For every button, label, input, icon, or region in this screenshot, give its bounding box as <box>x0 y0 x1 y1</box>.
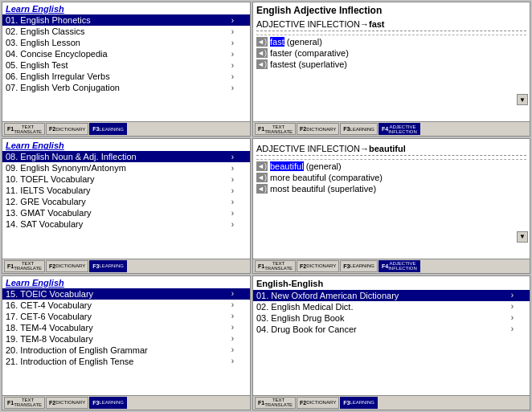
top-right-content: ADJECTIVE INFLECTION→fast ◄) fast (gener… <box>253 18 530 121</box>
tl-f3-learning-btn[interactable]: F3LEARNING <box>89 123 127 135</box>
mr-f2-dictionary-btn[interactable]: F2DICTIONARY <box>297 260 339 272</box>
bot-left-panel: Learn English 15. TOEIC Vocabulary›16. C… <box>2 275 251 410</box>
tr-f3-learning-btn[interactable]: F3LEARNING <box>340 123 378 135</box>
mid-right-scroll-down[interactable]: ▼ <box>517 231 528 243</box>
ml-f1-translate-btn[interactable]: F1TEXTTRANSLATE <box>4 260 45 272</box>
top-right-title: English Adjective Inflection <box>253 2 530 18</box>
bot-left-toolbar: F1TEXTTRANSLATE F2DICTIONARY F3LEARNING <box>2 395 250 410</box>
list-item[interactable]: 17. CET-6 Vocabulary› <box>2 311 250 322</box>
list-item[interactable]: 11. IELTS Vocabulary› <box>2 185 250 196</box>
mid-right-panel: ADJECTIVE INFLECTION→beautiful ◄) beauti… <box>252 138 530 273</box>
bl-f1-translate-btn[interactable]: F1TEXTTRANSLATE <box>4 397 45 409</box>
list-item[interactable]: 13. GMAT Vocabulary› <box>2 207 250 218</box>
top-right-panel: English Adjective Inflection ADJECTIVE I… <box>252 2 530 137</box>
list-item[interactable]: 08. English Noun & Adj. Inflection› <box>2 151 250 162</box>
bot-right-items-container: 01. New Oxford American Dictionary›02. E… <box>253 290 530 335</box>
mid-right-toolbar: F1TEXTTRANSLATE F2DICTIONARY F3LEARNING … <box>253 259 530 273</box>
mr-f3-learning-btn[interactable]: F3LEARNING <box>340 260 378 272</box>
mid-left-title: Learn English <box>2 139 250 151</box>
bot-right-title: English-English <box>253 276 530 290</box>
list-item[interactable]: 03. English Drug Book› <box>253 312 530 324</box>
top-left-items-container: 01. English Phonetics›02. English Classi… <box>2 14 250 93</box>
list-item[interactable]: 03. English Lesson› <box>2 37 250 48</box>
list-item[interactable]: 16. CET-4 Vocabulary› <box>2 300 250 311</box>
mid-left-toolbar: F1TEXTTRANSLATE F2DICTIONARY F3LEARNING <box>2 259 250 273</box>
list-item[interactable]: 15. TOEIC Vocabulary› <box>2 288 250 300</box>
mid-right-item-1: ◄) beautiful (general) <box>256 161 526 171</box>
ml-f2-dictionary-btn[interactable]: F2DICTIONARY <box>46 260 88 272</box>
br-f2-dictionary-btn[interactable]: F2DICTIONARY <box>297 397 339 409</box>
list-item[interactable]: 14. SAT Vocabulary› <box>2 218 250 230</box>
top-right-scroll-down[interactable]: ▼ <box>517 94 528 105</box>
list-item[interactable]: 20. Introduction of English Grammar› <box>2 345 250 356</box>
mid-left-items-container: 08. English Noun & Adj. Inflection›09. E… <box>2 151 250 230</box>
bot-left-title: Learn English <box>2 276 250 288</box>
top-right-toolbar: F1TEXTTRANSLATE F2DICTIONARY F3LEARNING … <box>253 121 530 136</box>
list-item[interactable]: 04. Drug Book for Cancer› <box>253 324 530 335</box>
bot-right-list: 01. New Oxford American Dictionary›02. E… <box>253 290 530 395</box>
mid-right-item-3: ◄) most beautiful (superlative) <box>256 184 526 194</box>
sound-icon-5[interactable]: ◄) <box>256 173 268 182</box>
list-item[interactable]: 18. TEM-4 Vocabulary› <box>2 322 250 333</box>
top-right-divider <box>256 35 526 35</box>
bl-f2-dictionary-btn[interactable]: F2DICTIONARY <box>46 397 88 409</box>
list-item[interactable]: 07. English Verb Conjugation› <box>2 82 250 93</box>
mr-f1-translate-btn[interactable]: F1TEXTTRANSLATE <box>255 260 296 272</box>
list-item[interactable]: 05. English Test› <box>2 59 250 71</box>
top-left-toolbar: F1TEXTTRANSLATE F2DICTIONARY F3LEARNING <box>2 121 250 136</box>
tl-f1-translate-btn[interactable]: F1TEXTTRANSLATE <box>4 123 45 135</box>
top-right-item-2: ◄) faster (comparative) <box>256 48 526 58</box>
top-left-title: Learn English <box>2 2 250 14</box>
tr-f1-translate-btn[interactable]: F1TEXTTRANSLATE <box>255 123 296 135</box>
bot-left-list: 15. TOEIC Vocabulary›16. CET-4 Vocabular… <box>2 288 250 395</box>
top-right-item-1: ◄) fast (general) <box>256 37 526 47</box>
mid-right-item-2: ◄) more beautiful (comparative) <box>256 173 526 182</box>
bot-left-items-container: 15. TOEIC Vocabulary›16. CET-4 Vocabular… <box>2 288 250 367</box>
bl-f3-learning-btn[interactable]: F3LEARNING <box>89 397 127 409</box>
br-f3-learning-btn[interactable]: F3LEARNING <box>340 397 378 409</box>
list-item[interactable]: 12. GRE Vocabulary› <box>2 196 250 207</box>
mid-right-content: ADJECTIVE INFLECTION→beautiful ◄) beauti… <box>253 139 530 258</box>
list-item[interactable]: 04. Concise Encyclopedia› <box>2 48 250 59</box>
tr-f2-dictionary-btn[interactable]: F2DICTIONARY <box>297 123 339 135</box>
tl-f2-dictionary-btn[interactable]: F2DICTIONARY <box>46 123 88 135</box>
list-item[interactable]: 21. Introduction of English Tense› <box>2 356 250 367</box>
list-item[interactable]: 09. English Synonym/Antonym› <box>2 162 250 173</box>
sound-icon-4[interactable]: ◄) <box>256 161 268 171</box>
bot-right-toolbar: F1TEXTTRANSLATE F2DICTIONARY F3LEARNING <box>253 395 530 410</box>
bot-right-panel: English-English 01. New Oxford American … <box>252 275 530 410</box>
sound-icon-6[interactable]: ◄) <box>256 184 268 194</box>
list-item[interactable]: 19. TEM-8 Vocabulary› <box>2 333 250 345</box>
list-item[interactable]: 01. English Phonetics› <box>2 14 250 26</box>
tr-f4-adjective-btn[interactable]: F4ADJECTIVEINFLECTION <box>379 123 420 135</box>
mid-right-heading: ADJECTIVE INFLECTION→beautiful <box>256 144 526 156</box>
ml-f3-learning-btn[interactable]: F3LEARNING <box>89 260 127 272</box>
br-f1-translate-btn[interactable]: F1TEXTTRANSLATE <box>255 397 296 409</box>
top-left-panel: Learn English 01. English Phonetics›02. … <box>2 2 251 137</box>
list-item[interactable]: 01. New Oxford American Dictionary› <box>253 290 530 301</box>
mr-f4-adjective-btn[interactable]: F4ADJECTIVEINFLECTION <box>379 260 420 272</box>
list-item[interactable]: 10. TOEFL Vocabulary› <box>2 173 250 185</box>
top-right-item-3: ◄) fastest (superlative) <box>256 59 526 69</box>
list-item[interactable]: 06. English Irregular Verbs› <box>2 71 250 82</box>
sound-icon-1[interactable]: ◄) <box>256 37 268 47</box>
sound-icon-3[interactable]: ◄) <box>256 59 268 69</box>
mid-left-panel: Learn English 08. English Noun & Adj. In… <box>2 138 251 273</box>
top-right-heading: ADJECTIVE INFLECTION→fast <box>256 19 526 31</box>
sound-icon-2[interactable]: ◄) <box>256 48 268 58</box>
list-item[interactable]: 02. English Classics› <box>2 26 250 37</box>
top-left-list: 01. English Phonetics›02. English Classi… <box>2 14 250 121</box>
list-item[interactable]: 02. English Medical Dict.› <box>253 301 530 312</box>
mid-left-list: 08. English Noun & Adj. Inflection›09. E… <box>2 151 250 258</box>
mid-right-divider <box>256 159 526 160</box>
